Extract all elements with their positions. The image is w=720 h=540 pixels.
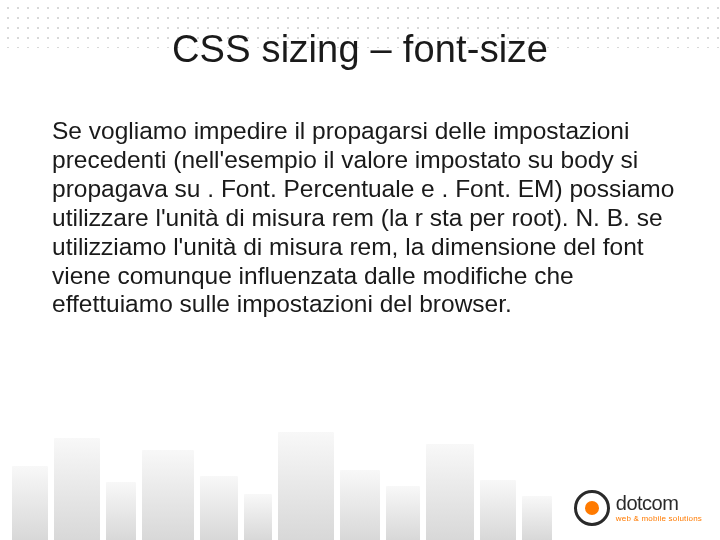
logo-name: dotcom <box>616 493 702 513</box>
slide-body-text: Se vogliamo impedire il propagarsi delle… <box>0 89 720 319</box>
slide-title: CSS sizing – font-size <box>0 0 720 89</box>
logo-mark-icon <box>574 490 610 526</box>
logo-tagline: web & mobile solutions <box>616 515 702 523</box>
brand-logo: dotcom web & mobile solutions <box>574 490 702 526</box>
